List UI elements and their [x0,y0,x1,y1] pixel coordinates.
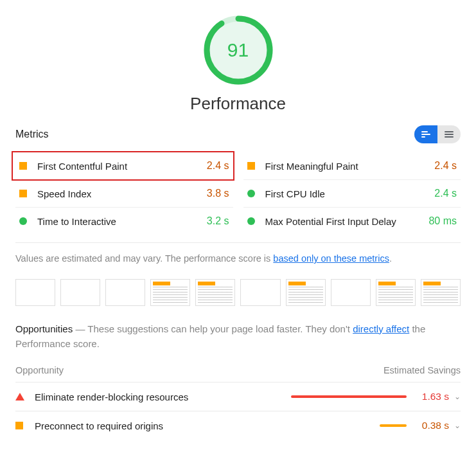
circle-green-icon [247,190,255,197]
metric-label: First CPU Idle [265,188,435,199]
metric-row[interactable]: Speed Index3.8 s [15,180,233,208]
opportunity-label: Preconnect to required origins [35,420,380,431]
opportunities-list: Eliminate render-blocking resources1.63 … [15,382,461,440]
square-orange-icon [19,162,27,170]
filmstrip-frame [331,279,371,306]
view-toggle [414,125,461,143]
opportunities-link[interactable]: directly affect [353,323,409,334]
metric-label: First Contentful Paint [37,161,207,172]
opportunity-row[interactable]: Preconnect to required origins0.38 s⌄ [15,411,461,440]
filmstrip-frame [60,279,100,306]
filmstrip-frame [376,279,416,306]
savings-bar [380,424,407,427]
score-value: 91 [204,15,273,85]
metric-value: 3.2 s [207,215,229,227]
metric-label: First Meaningful Paint [265,161,435,172]
metric-value: 2.4 s [207,160,229,172]
metrics-heading: Metrics [15,129,49,140]
square-orange-icon [19,190,27,197]
filmstrip-frame [150,279,190,306]
metrics-footnote: Values are estimated and may vary. The p… [15,252,461,266]
filmstrip [15,279,461,306]
opportunities-intro: Opportunities — These suggestions can he… [15,321,461,352]
metric-row[interactable]: Time to Interactive3.2 s [15,208,233,235]
metric-row[interactable]: First Meaningful Paint2.4 s [243,152,461,180]
gauge-ring: 91 [204,15,273,85]
metric-label: Speed Index [37,188,207,199]
triangle-red-icon [15,393,24,401]
filmstrip-frame [240,279,280,306]
view-toggle-summary[interactable] [414,125,437,143]
filmstrip-frame [286,279,326,306]
filmstrip-frame [421,279,461,306]
opportunity-label: Eliminate render-blocking resources [35,392,291,402]
circle-green-icon [247,217,255,225]
score-gauge: 91 Performance [15,15,461,114]
col-opportunity: Opportunity [15,365,64,375]
metric-value: 2.4 s [434,160,457,172]
metric-value: 80 ms [428,215,457,227]
savings-bar [291,395,407,398]
col-savings: Estimated Savings [383,365,461,375]
metric-value: 2.4 s [434,188,457,199]
metric-row[interactable]: First Contentful Paint2.4 s [15,152,233,180]
page-title: Performance [190,94,286,114]
chevron-down-icon: ⌄ [454,392,461,401]
opportunity-row[interactable]: Eliminate render-blocking resources1.63 … [15,382,461,411]
circle-green-icon [19,217,27,225]
savings-value: 1.63 s [414,391,449,402]
square-orange-icon [247,162,255,170]
filmstrip-frame [15,279,55,306]
metric-value: 3.8 s [207,188,229,199]
square-orange-icon [15,422,23,429]
metric-label: Max Potential First Input Delay [265,216,429,227]
metrics-grid: First Contentful Paint2.4 sFirst Meaning… [15,152,461,235]
metric-row[interactable]: First CPU Idle2.4 s [243,180,461,208]
savings-value: 0.38 s [414,420,449,431]
metrics-link[interactable]: based only on these metrics [273,253,389,264]
divider [15,242,461,243]
view-toggle-detail[interactable] [437,125,461,143]
metric-row[interactable]: Max Potential First Input Delay80 ms [243,208,461,235]
filmstrip-frame [195,279,235,306]
metric-label: Time to Interactive [37,216,207,227]
opportunities-header: Opportunity Estimated Savings [15,360,461,382]
chevron-down-icon: ⌄ [454,421,461,430]
filmstrip-frame [105,279,145,306]
